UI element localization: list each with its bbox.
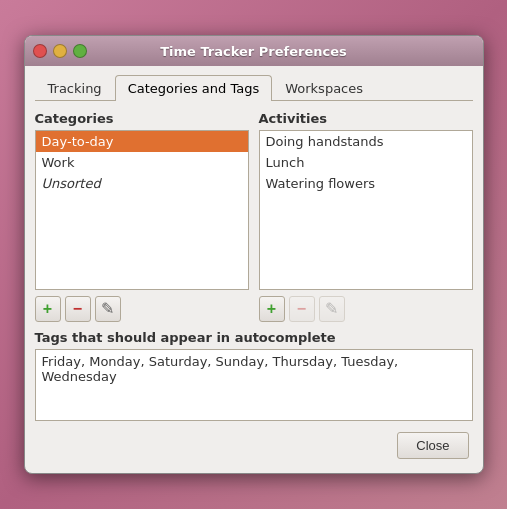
titlebar: Time Tracker Preferences — [25, 36, 483, 66]
close-button[interactable]: Close — [397, 432, 468, 459]
tags-input[interactable] — [35, 349, 473, 421]
edit-category-button[interactable]: ✎ — [95, 296, 121, 322]
list-item[interactable]: Lunch — [260, 152, 472, 173]
preferences-window: Time Tracker Preferences Tracking Catego… — [24, 35, 484, 474]
footer: Close — [35, 424, 473, 463]
main-panel: Categories Day-to-day Work Unsorted + − … — [35, 111, 473, 322]
list-item[interactable]: Work — [36, 152, 248, 173]
add-activity-button[interactable]: + — [259, 296, 285, 322]
activities-list[interactable]: Doing handstands Lunch Watering flowers — [259, 130, 473, 290]
add-category-button[interactable]: + — [35, 296, 61, 322]
maximize-window-button[interactable] — [73, 44, 87, 58]
close-window-button[interactable] — [33, 44, 47, 58]
list-item[interactable]: Day-to-day — [36, 131, 248, 152]
tab-categories-and-tags[interactable]: Categories and Tags — [115, 75, 273, 101]
categories-column: Categories Day-to-day Work Unsorted + − … — [35, 111, 249, 322]
window-title: Time Tracker Preferences — [93, 44, 415, 59]
remove-category-button[interactable]: − — [65, 296, 91, 322]
list-item[interactable]: Unsorted — [36, 173, 248, 194]
remove-activity-button[interactable]: − — [289, 296, 315, 322]
tags-label: Tags that should appear in autocomplete — [35, 330, 473, 345]
list-item[interactable]: Watering flowers — [260, 173, 472, 194]
list-item[interactable]: Doing handstands — [260, 131, 472, 152]
categories-list[interactable]: Day-to-day Work Unsorted — [35, 130, 249, 290]
minimize-window-button[interactable] — [53, 44, 67, 58]
activities-column: Activities Doing handstands Lunch Wateri… — [259, 111, 473, 322]
categories-label: Categories — [35, 111, 249, 126]
categories-toolbar: + − ✎ — [35, 296, 249, 322]
tab-bar: Tracking Categories and Tags Workspaces — [35, 74, 473, 101]
tags-section: Tags that should appear in autocomplete — [35, 330, 473, 424]
tab-workspaces[interactable]: Workspaces — [272, 75, 376, 101]
activities-label: Activities — [259, 111, 473, 126]
activities-toolbar: + − ✎ — [259, 296, 473, 322]
window-content: Tracking Categories and Tags Workspaces … — [25, 66, 483, 473]
edit-activity-button[interactable]: ✎ — [319, 296, 345, 322]
tab-tracking[interactable]: Tracking — [35, 75, 115, 101]
